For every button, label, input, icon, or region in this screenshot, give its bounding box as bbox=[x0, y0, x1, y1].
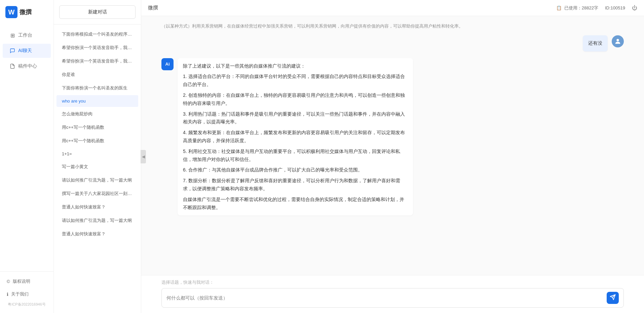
ai-msg-p6: 6. 合作推广：与其他自媒体平台或品牌合作推广，可以扩大自己的曝光率和受众范围。 bbox=[183, 166, 408, 174]
chat-history-header: 新建对话 bbox=[54, 0, 141, 25]
sidebar-bottom: © 版权说明 ℹ 关于我们 粤ICP备2022016946号 bbox=[0, 271, 53, 313]
ai-msg-p3: 3. 利用热门话题：热门话题和事件是吸引用户的重要途径，可以关注一些热门话题和事… bbox=[183, 110, 408, 126]
power-button[interactable]: ⏻ bbox=[632, 5, 637, 11]
list-item[interactable]: 1+1= bbox=[56, 148, 138, 160]
messages-area: （以某种方式）利用关系营销网，在自媒体经营过程中加强关系营销，可以利用关系营销网… bbox=[141, 16, 644, 275]
usage-text: 📋 已使用：28822字 bbox=[556, 5, 598, 11]
main-title: 微撰 bbox=[148, 5, 158, 11]
icp-text: 粤ICP备2022016946号 bbox=[0, 301, 53, 310]
ai-avatar: Ai bbox=[161, 58, 174, 70]
ai-msg-p2: 2. 创造独特的内容：在自媒体平台上，独特的内容更容易吸引用户的注意力和共鸣，可… bbox=[183, 91, 408, 108]
copyright-item[interactable]: © 版权说明 bbox=[0, 275, 53, 288]
list-item[interactable]: 请以如何推广引流为题，写一篇大纲 bbox=[56, 214, 138, 227]
list-item[interactable]: 你是谁 bbox=[56, 68, 138, 81]
about-icon: ℹ bbox=[7, 292, 8, 297]
sidebar-item-workbench[interactable]: ⊞ 工作台 bbox=[3, 28, 51, 42]
ai-msg-p1: 1. 选择适合自己的平台：不同的自媒体平台针对的受众不同，需要根据自己的内容特点… bbox=[183, 73, 408, 89]
sidebar-item-workbench-label: 工作台 bbox=[18, 32, 32, 38]
logo-icon: W bbox=[5, 6, 17, 18]
list-item[interactable]: 撰写一篇关于八大家花园社区一刻钟便民生... bbox=[56, 187, 138, 200]
header-right: 📋 已使用：28822字 ID:100519 ⏻ bbox=[556, 5, 637, 11]
send-icon bbox=[610, 294, 616, 302]
list-item[interactable]: 怎么做炮屁炒肉 bbox=[56, 108, 138, 120]
usage-icon: 📋 bbox=[556, 5, 562, 10]
nav-items: ⊞ 工作台 AI聊天 稿件中心 bbox=[0, 24, 53, 271]
ai-msg-p5: 5. 利用社交互动：社交媒体是与用户互动的重要平台，可以积极利用社交媒体与用户互… bbox=[183, 148, 408, 164]
list-item[interactable]: 普通人如何快速致富？ bbox=[56, 201, 138, 213]
quick-topics-label: 选择话题，快速与我对话： bbox=[161, 279, 624, 285]
list-item[interactable]: 下面你将扮演一个名叫圣友的医生 bbox=[56, 82, 138, 94]
list-item[interactable]: 写一篇小黄文 bbox=[56, 160, 138, 173]
main-header: 微撰 📋 已使用：28822字 ID:100519 ⏻ bbox=[141, 0, 644, 16]
copyright-label: 版权说明 bbox=[13, 278, 30, 284]
user-avatar bbox=[612, 35, 624, 47]
svg-point-0 bbox=[616, 39, 619, 41]
id-text: ID:100519 bbox=[605, 5, 625, 10]
list-item[interactable]: 希望你扮演一个英语发音助手，我提供给你... bbox=[56, 41, 138, 54]
ai-msg-intro: 除了上述建议，以下是一些其他的自媒体推广引流的建议： bbox=[183, 62, 408, 70]
ai-message-bubble: 除了上述建议，以下是一些其他的自媒体推广引流的建议： 1. 选择适合自己的平台：… bbox=[178, 58, 413, 216]
app-logo: W 微撰 bbox=[0, 0, 53, 24]
about-label: 关于我们 bbox=[11, 291, 29, 297]
main-content: 微撰 📋 已使用：28822字 ID:100519 ⏻ （以某种方式）利用关系营… bbox=[141, 0, 644, 313]
sidebar-item-drafts[interactable]: 稿件中心 bbox=[3, 59, 51, 73]
input-row bbox=[161, 288, 624, 308]
ai-msg-conclusion: 自媒体推广引流是一个需要不断尝试和优化的过程，需要结合自身的实际情况，制定合适的… bbox=[183, 196, 408, 212]
new-chat-button[interactable]: 新建对话 bbox=[59, 5, 136, 19]
user-message-bubble: 还有没 bbox=[583, 35, 608, 51]
drafts-icon bbox=[9, 63, 15, 69]
about-item[interactable]: ℹ 关于我们 bbox=[0, 288, 53, 301]
ai-msg-p7: 7. 数据分析：数据分析是了解用户反馈和喜好的重要途径，可以分析用户行为和数据，… bbox=[183, 177, 408, 193]
workbench-icon: ⊞ bbox=[9, 32, 15, 38]
list-item[interactable]: 请以如何推广引流为题，写一篇大纲 bbox=[56, 174, 138, 187]
ai-message-row: Ai 除了上述建议，以下是一些其他的自媒体推广引流的建议： 1. 选择适合自己的… bbox=[161, 58, 624, 216]
sidebar-item-drafts-label: 稿件中心 bbox=[18, 63, 37, 69]
send-button[interactable] bbox=[607, 292, 619, 304]
logo-text: 微撰 bbox=[20, 8, 32, 16]
list-item[interactable]: 用c++写一个随机函数 bbox=[56, 121, 138, 134]
sidebar-collapse-button[interactable]: ◀ bbox=[141, 150, 146, 163]
ai-chat-icon bbox=[9, 48, 15, 54]
input-area: 选择话题，快速与我对话： bbox=[141, 275, 644, 313]
list-item[interactable]: 希望你扮演一个英语发音助手，我提供给你... bbox=[56, 55, 138, 68]
sidebar-item-ai-chat[interactable]: AI聊天 bbox=[3, 44, 51, 58]
list-item[interactable]: 用c++写一个随机函数 bbox=[56, 134, 138, 147]
list-item[interactable]: 下面你将模拟成一个叫圣友的程序员，我说... bbox=[56, 28, 138, 41]
chat-history-panel: 新建对话 下面你将模拟成一个叫圣友的程序员，我说... 希望你扮演一个英语发音助… bbox=[54, 0, 141, 313]
user-message-row: 还有没 bbox=[161, 35, 624, 51]
list-item[interactable]: who are you bbox=[56, 95, 138, 107]
sidebar-nav: W 微撰 ⊞ 工作台 AI聊天 稿件中心 © 版权说明 ℹ 关于我们 粤 bbox=[0, 0, 54, 313]
chat-input[interactable] bbox=[166, 295, 603, 301]
partial-top-message: （以某种方式）利用关系营销网，在自媒体经营过程中加强关系营销，可以利用关系营销网… bbox=[161, 23, 624, 30]
ai-msg-p4: 4. 频繁发布和更新：在自媒体平台上，频繁发布和更新的内容更容易吸引用户的关注和… bbox=[183, 129, 408, 145]
collapse-icon: ◀ bbox=[142, 154, 145, 159]
chat-list: 下面你将模拟成一个叫圣友的程序员，我说... 希望你扮演一个英语发音助手，我提供… bbox=[54, 25, 141, 313]
copyright-icon: © bbox=[7, 279, 10, 284]
list-item[interactable]: 普通人如何快速致富？ bbox=[56, 228, 138, 240]
sidebar-item-ai-chat-label: AI聊天 bbox=[18, 48, 32, 54]
